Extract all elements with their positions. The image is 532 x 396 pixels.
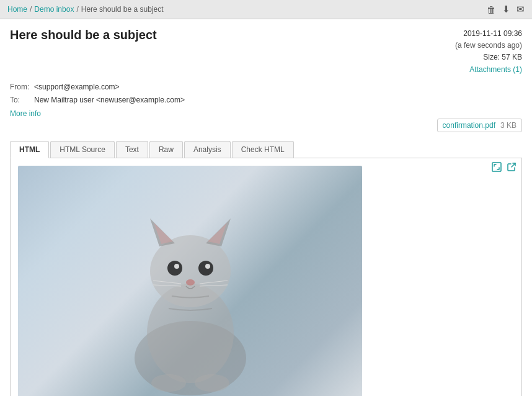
from-row: From: <support@example.com> xyxy=(10,81,522,94)
email-relative-time: (a few seconds ago) xyxy=(455,40,522,52)
to-row: To: New Mailtrap user <newuser@example.c… xyxy=(10,94,522,107)
expand-icon[interactable] xyxy=(492,162,502,174)
delete-icon[interactable]: 🗑 xyxy=(487,4,496,15)
attachment-size: 3 KB xyxy=(500,121,516,130)
svg-point-3 xyxy=(150,235,231,307)
email-meta-right: 2019-11-11 09:36 (a few seconds ago) Siz… xyxy=(455,28,522,76)
attachments-link[interactable]: Attachments (1) xyxy=(469,65,522,74)
from-label: From: xyxy=(10,81,32,94)
svg-point-18 xyxy=(195,374,229,392)
tab-analysis[interactable]: Analysis xyxy=(184,141,231,158)
kitten-image xyxy=(18,166,362,396)
svg-point-12 xyxy=(186,279,195,286)
external-link-icon[interactable] xyxy=(507,162,516,174)
breadcrumb-demo-inbox[interactable]: Demo inbox xyxy=(34,5,74,14)
breadcrumb-sep2: / xyxy=(76,5,78,14)
tab-html-source[interactable]: HTML Source xyxy=(50,141,115,158)
svg-point-10 xyxy=(174,264,179,269)
to-label: To: xyxy=(10,94,32,107)
kitten-svg xyxy=(97,172,283,396)
svg-point-8 xyxy=(167,261,182,276)
breadcrumb-actions: 🗑 ⬇ ✉ xyxy=(487,4,525,15)
email-subject: Here should be a subject xyxy=(10,28,157,42)
svg-rect-0 xyxy=(492,163,501,171)
main-content: Here should be a subject 2019-11-11 09:3… xyxy=(0,19,532,396)
breadcrumb-home[interactable]: Home xyxy=(7,5,27,14)
forward-icon[interactable]: ✉ xyxy=(516,4,525,15)
download-icon[interactable]: ⬇ xyxy=(502,4,510,15)
svg-point-9 xyxy=(198,261,213,276)
breadcrumb-current: Here should be a subject xyxy=(81,5,164,14)
email-size: Size: 57 KB xyxy=(455,52,522,63)
email-body-toolbar xyxy=(492,162,516,174)
tab-html[interactable]: HTML xyxy=(10,141,49,158)
tab-raw[interactable]: Raw xyxy=(149,141,183,158)
email-header: Here should be a subject 2019-11-11 09:3… xyxy=(10,28,522,76)
tabs-bar: HTML HTML Source Text Raw Analysis Check… xyxy=(10,141,522,158)
email-timestamp: 2019-11-11 09:36 xyxy=(455,28,522,40)
to-value: New Mailtrap user <newuser@example.com> xyxy=(34,94,185,107)
email-body-area: Welcome to Maitrap! Now your test emails… xyxy=(10,158,522,396)
attachment-pill[interactable]: confirmation.pdf 3 KB xyxy=(437,119,522,132)
svg-point-17 xyxy=(151,374,186,392)
tab-text[interactable]: Text xyxy=(116,141,148,158)
more-info-link[interactable]: More info xyxy=(10,109,41,118)
attachment-area: confirmation.pdf 3 KB xyxy=(10,115,522,132)
breadcrumb-sep1: / xyxy=(30,5,32,14)
tab-check-html[interactable]: Check HTML xyxy=(232,141,294,158)
size-value: 57 KB xyxy=(502,53,522,61)
from-value: <support@example.com> xyxy=(34,81,120,94)
breadcrumb: Home / Demo inbox / Here should be a sub… xyxy=(0,0,532,19)
svg-point-11 xyxy=(205,264,210,269)
attachment-name: confirmation.pdf xyxy=(443,121,495,130)
breadcrumb-nav: Home / Demo inbox / Here should be a sub… xyxy=(7,5,163,14)
size-label: Size: xyxy=(483,53,500,61)
attachments-section: Attachments (1) xyxy=(455,64,522,76)
